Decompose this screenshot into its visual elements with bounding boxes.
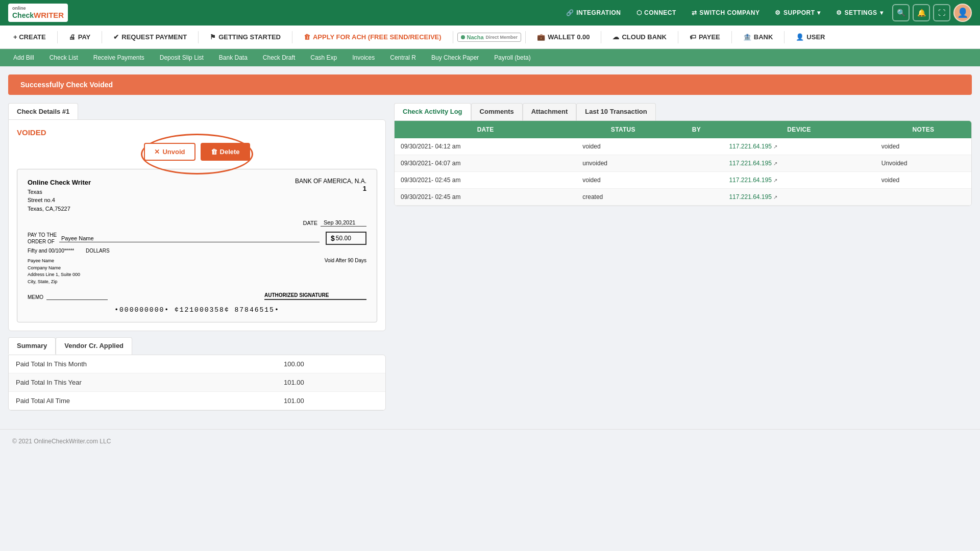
col-by: BY xyxy=(670,121,723,138)
device-link[interactable]: 117.221.64.195 ↗ xyxy=(729,143,869,150)
external-link-icon: ↗ xyxy=(773,178,777,183)
nav-divider xyxy=(292,31,292,43)
cell-by xyxy=(670,189,723,206)
connect-icon: ⬡ xyxy=(636,9,642,16)
tab-comments[interactable]: Comments xyxy=(471,103,523,120)
check-memo-row: MEMO AUTHORIZED SIGNATURE xyxy=(28,292,366,300)
check-micr: •000000000• ¢121000358¢ 87846515• xyxy=(28,306,366,314)
page-footer: © 2021 OnlineCheckWriter.com LLC xyxy=(0,429,980,453)
action-buttons: ✕ Unvoid 🗑 Delete xyxy=(144,143,250,161)
activity-table-header: DATE STATUS BY DEVICE NOTES xyxy=(395,121,971,138)
nav-divider xyxy=(678,31,678,43)
device-link[interactable]: 117.221.64.195 ↗ xyxy=(729,193,869,201)
wallet-nav-item[interactable]: 💼 WALLET 0.00 xyxy=(530,29,597,45)
nacha-badge: Nacha Direct Member xyxy=(457,33,522,42)
cell-status: unvoided xyxy=(576,155,670,172)
request-payment-nav-item[interactable]: ✔ REQUEST PAYMENT xyxy=(106,29,194,45)
tab-last-10-transaction[interactable]: Last 10 Transaction xyxy=(576,103,655,120)
cloud-bank-nav-item[interactable]: ☁ CLOUD BANK xyxy=(605,29,673,45)
sub-nav-cash-exp[interactable]: Cash Exp xyxy=(303,52,344,64)
sub-nav-deposit-slip[interactable]: Deposit Slip List xyxy=(153,52,211,64)
table-row: 09/30/2021- 02:45 am created 117.221.64.… xyxy=(395,189,971,206)
sub-navigation: Add Bill Check List Receive Payments Dep… xyxy=(0,49,980,66)
expand-button[interactable]: ⛶ xyxy=(933,4,950,21)
sub-nav-add-bill[interactable]: Add Bill xyxy=(6,52,41,64)
check-address-area: Payee Name Company Name Address Line 1, … xyxy=(28,258,366,287)
sub-nav-receive-payments[interactable]: Receive Payments xyxy=(86,52,152,64)
apply-ach-nav-item[interactable]: 🗑 APPLY FOR ACH (FREE SEND/RECEIVE) xyxy=(297,29,449,45)
table-row: Paid Total In This Year 101.00 xyxy=(9,373,385,392)
external-link-icon: ↗ xyxy=(773,144,777,149)
settings-button[interactable]: ⚙ SETTINGS ▾ xyxy=(830,6,889,19)
cell-status: voided xyxy=(576,172,670,189)
check-date-row: DATE Sep 30,2021 xyxy=(28,219,366,227)
sub-nav-check-list[interactable]: Check List xyxy=(42,52,85,64)
tab-attachment[interactable]: Attachment xyxy=(523,103,577,120)
bank-nav-item[interactable]: 🏦 BANK xyxy=(736,29,780,45)
gear-icon: ⚙ xyxy=(836,9,842,16)
sub-nav-invoices[interactable]: Invoices xyxy=(345,52,382,64)
wallet-icon: 💼 xyxy=(537,33,545,41)
check-address: Payee Name Company Name Address Line 1, … xyxy=(28,258,80,285)
table-row: Paid Total All Time 101.00 xyxy=(9,392,385,410)
nav-divider xyxy=(102,31,102,43)
x-icon: ✕ xyxy=(154,148,160,156)
check-details-tab[interactable]: Check Details #1 xyxy=(8,103,78,119)
left-panel: Check Details #1 VOIDED ✕ Unvoid 🗑 Delet… xyxy=(8,103,386,411)
user-nav-item[interactable]: 👤 USER xyxy=(789,29,832,45)
create-nav-item[interactable]: + CREATE xyxy=(6,29,53,45)
col-device: DEVICE xyxy=(723,121,875,138)
cell-date: 09/30/2021- 04:07 am xyxy=(395,155,576,172)
summary-tab[interactable]: Summary xyxy=(8,337,56,355)
trash-icon: 🗑 xyxy=(211,148,217,156)
sub-nav-payroll[interactable]: Payroll (beta) xyxy=(487,52,537,64)
right-panel: Check Activity Log Comments Attachment L… xyxy=(394,103,972,411)
nav-divider xyxy=(525,31,526,43)
support-button[interactable]: ⚙ SUPPORT ▾ xyxy=(769,6,827,19)
connect-button[interactable]: ⬡ CONNECT xyxy=(630,6,682,19)
tab-check-activity-log[interactable]: Check Activity Log xyxy=(394,103,471,120)
activity-table: DATE STATUS BY DEVICE NOTES 09/30/2021- … xyxy=(395,121,971,206)
pay-nav-item[interactable]: 🖨 PAY xyxy=(62,29,98,45)
bank-icon: 🏦 xyxy=(743,33,751,41)
sub-nav-buy-check-paper[interactable]: Buy Check Paper xyxy=(424,52,486,64)
nav-divider xyxy=(601,31,601,43)
col-status: STATUS xyxy=(576,121,670,138)
switch-company-button[interactable]: ⇄ SWITCH COMPANY xyxy=(685,6,766,19)
integration-button[interactable]: 🔗 INTEGRATION xyxy=(560,6,627,19)
payee-nav-item[interactable]: 🏷 PAYEE xyxy=(682,29,727,45)
activity-tabs: Check Activity Log Comments Attachment L… xyxy=(394,103,972,120)
pay-icon: 🖨 xyxy=(69,33,76,41)
user-avatar[interactable]: 👤 xyxy=(953,4,972,22)
col-date: DATE xyxy=(395,121,576,138)
chevron-down-icon: ▾ xyxy=(880,9,884,16)
cell-notes: voided xyxy=(875,138,971,155)
search-button[interactable]: 🔍 xyxy=(892,4,910,21)
check-company: Online Check Writer Texas Street no.4 Te… xyxy=(28,178,91,213)
device-link[interactable]: 117.221.64.195 ↗ xyxy=(729,160,869,167)
cell-date: 09/30/2021- 02:45 am xyxy=(395,189,576,206)
trash-icon: 🗑 xyxy=(304,33,310,41)
logo[interactable]: online CheckWRITER xyxy=(8,4,68,22)
cell-notes: voided xyxy=(875,172,971,189)
logo-box: online CheckWRITER xyxy=(8,4,68,22)
notifications-button[interactable]: 🔔 xyxy=(913,4,930,21)
col-notes: NOTES xyxy=(875,121,971,138)
vendor-cr-tab[interactable]: Vendor Cr. Applied xyxy=(56,337,132,355)
nav-divider xyxy=(453,31,453,43)
sub-nav-bank-data[interactable]: Bank Data xyxy=(212,52,255,64)
link-icon: 🔗 xyxy=(566,9,574,16)
cell-device: 117.221.64.195 ↗ xyxy=(723,155,875,172)
table-row: Paid Total In This Month 100.00 xyxy=(9,355,385,373)
support-icon: ⚙ xyxy=(775,9,781,16)
device-link[interactable]: 117.221.64.195 ↗ xyxy=(729,177,869,184)
sub-nav-check-draft[interactable]: Check Draft xyxy=(256,52,302,64)
check-image: Online Check Writer Texas Street no.4 Te… xyxy=(17,169,377,322)
getting-started-nav-item[interactable]: ⚑ GETTING STARTED xyxy=(203,29,288,45)
sub-nav-central-r[interactable]: Central R xyxy=(383,52,423,64)
delete-button[interactable]: 🗑 Delete xyxy=(201,143,250,161)
cell-date: 09/30/2021- 04:12 am xyxy=(395,138,576,155)
top-navigation: online CheckWRITER 🔗 INTEGRATION ⬡ CONNE… xyxy=(0,0,980,26)
unvoid-button[interactable]: ✕ Unvoid xyxy=(144,143,195,161)
nav-divider xyxy=(784,31,785,43)
